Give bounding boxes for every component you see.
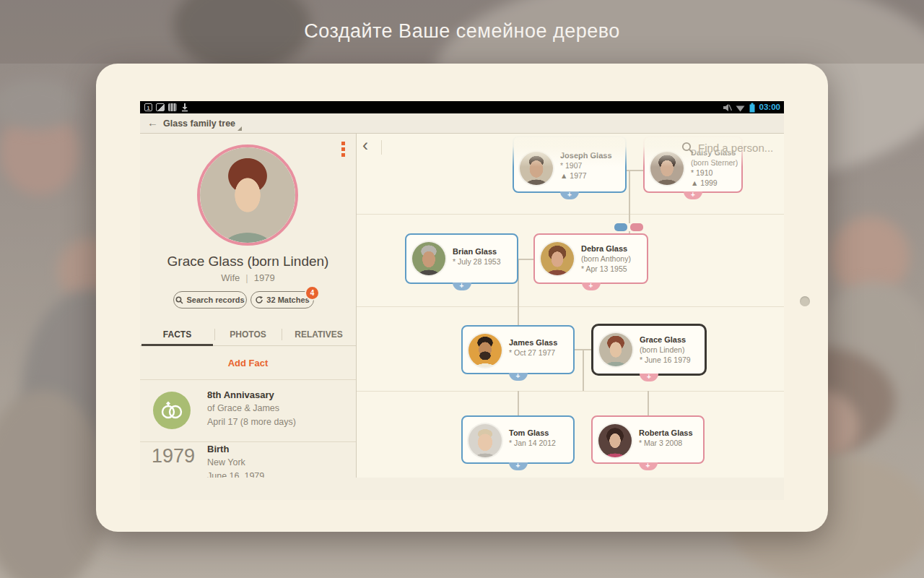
add-relative-button[interactable]: +	[560, 191, 579, 199]
tab-facts[interactable]: FACTS	[140, 323, 214, 346]
add-relative-button[interactable]: +	[453, 282, 471, 290]
tree-node-joseph[interactable]: Joseph Glass * 1907 ▲ 1977 +	[513, 136, 627, 193]
profile-avatar[interactable]	[197, 144, 298, 246]
search-icon	[175, 296, 183, 304]
gallery-icon	[156, 103, 165, 111]
node-death: ▲ 1977	[560, 171, 612, 181]
tree-node-debra[interactable]: Debra Glass (born Anthony) * Apr 13 1955…	[533, 233, 648, 284]
descent-connector	[583, 349, 584, 391]
tree-node-tom[interactable]: Tom Glass * Jan 14 2012 +	[461, 415, 575, 464]
node-birth: * 1910	[691, 168, 738, 178]
avatar-daisy	[650, 152, 684, 185]
generation-line	[357, 306, 784, 307]
add-fact-button[interactable]: Add Fact	[140, 346, 356, 380]
search-icon	[681, 142, 694, 154]
fact-year: 1979	[152, 445, 195, 467]
app-bar: ← Glass family tree	[140, 113, 784, 134]
profile-avatar-photo	[200, 147, 295, 243]
plus-icon: +	[567, 191, 572, 199]
avatar-roberta	[598, 424, 632, 457]
tab-divider	[214, 329, 215, 340]
add-relative-button[interactable]: +	[582, 282, 601, 290]
profile-relation: Wife	[221, 272, 240, 283]
muted-icon	[723, 103, 732, 112]
node-name: Grace Glass	[640, 335, 691, 345]
tree-node-roberta[interactable]: Roberta Glass * Mar 3 2008 +	[591, 415, 705, 464]
matches-badge: 4	[305, 285, 320, 301]
node-birth: * Jan 14 2012	[509, 438, 556, 448]
search-records-label: Search records	[186, 296, 244, 304]
find-person-input[interactable]: Find a person...	[681, 139, 783, 155]
clock-text: 03:00	[759, 102, 780, 113]
node-name: Roberta Glass	[639, 428, 693, 438]
node-birth: * June 16 1979	[640, 355, 691, 365]
node-name: Tom Glass	[509, 428, 556, 438]
node-birth: * Oct 27 1977	[509, 348, 557, 358]
sync-icon	[255, 296, 263, 304]
profile-panel: Grace Glass (born Linden) Wife|1979 Sear…	[140, 134, 356, 478]
tablet-frame: 1	[96, 64, 828, 532]
generation-line	[357, 214, 784, 215]
tree-back-chevron[interactable]: ‹	[362, 135, 368, 155]
plus-icon: +	[691, 191, 695, 199]
plus-icon: +	[646, 462, 650, 470]
node-maiden: (born Anthony)	[581, 254, 631, 264]
tree-node-brian[interactable]: Brian Glass * July 28 1953 +	[405, 233, 518, 284]
node-name: James Glass	[509, 337, 557, 348]
avatar-joseph	[520, 152, 553, 185]
profile-tabs: FACTS PHOTOS RELATIVES	[140, 323, 356, 346]
appbar-back-icon[interactable]: ←	[147, 116, 158, 129]
collapsed-couple-male-pill[interactable]	[614, 223, 627, 231]
profile-subtitle: Wife|1979	[140, 272, 356, 283]
node-maiden: (born Sterner)	[691, 158, 738, 168]
fact-item-anniversary[interactable]: 8th Annivasary of Grace & James April 17…	[140, 380, 356, 442]
couple-connector	[518, 259, 533, 260]
plus-icon: +	[647, 373, 651, 381]
add-relative-button[interactable]: +	[509, 373, 528, 381]
tree-back-divider	[381, 140, 382, 155]
overflow-menu-icon[interactable]	[341, 142, 346, 159]
fact-title: 8th Annivasary	[207, 389, 274, 400]
profile-separator: |	[245, 272, 248, 283]
node-name: Joseph Glass	[560, 150, 612, 160]
add-relative-button[interactable]: +	[509, 462, 528, 470]
collapsed-couple-female-pill[interactable]	[630, 223, 643, 231]
avatar-tom	[468, 424, 502, 457]
node-death: ▲ 1999	[691, 178, 738, 188]
wifi-icon	[736, 103, 745, 112]
node-birth: * 1907	[560, 160, 612, 171]
fact-subtitle: of Grace & James	[207, 403, 279, 413]
tab-photos[interactable]: PHOTOS	[214, 323, 282, 346]
plus-icon: +	[460, 282, 464, 290]
tree-node-grace-selected[interactable]: Grace Glass (born Linden) * June 16 1979…	[591, 324, 707, 376]
notification-count-icon: 1	[144, 103, 152, 111]
appbar-title[interactable]: Glass family tree	[163, 118, 235, 129]
fact-item-birth[interactable]: 1979 Birth New York June 16, 1979	[140, 442, 356, 478]
node-birth: * July 28 1953	[453, 256, 501, 267]
matches-label: 32 Matches	[266, 296, 309, 304]
app-content: Grace Glass (born Linden) Wife|1979 Sear…	[140, 134, 784, 478]
avatar-james	[468, 334, 502, 367]
wedding-rings-icon	[153, 392, 191, 429]
add-relative-button[interactable]: +	[684, 191, 702, 199]
avatar-brian	[412, 242, 445, 275]
profile-name: Grace Glass (born Linden)	[140, 254, 356, 269]
profile-year: 1979	[254, 272, 275, 283]
avatar-grace	[599, 333, 632, 366]
battery-icon	[749, 103, 756, 113]
add-relative-button[interactable]: +	[639, 462, 658, 470]
storage-icon	[168, 103, 177, 111]
spinner-triangle-icon[interactable]	[237, 126, 242, 131]
download-icon	[180, 103, 189, 112]
promo-title: Создайте Ваше семейное дерево	[0, 20, 924, 43]
screenshot-stage: Создайте Ваше семейное дерево 1	[0, 0, 924, 578]
add-relative-button[interactable]: +	[640, 374, 658, 381]
tablet-camera-dot	[800, 296, 810, 306]
descent-connector	[629, 170, 630, 223]
node-name: Brian Glass	[453, 246, 501, 256]
tab-relatives[interactable]: RELATIVES	[282, 323, 356, 346]
tree-node-james[interactable]: James Glass * Oct 27 1977 +	[461, 325, 575, 374]
avatar-debra	[541, 242, 574, 275]
descent-connector	[648, 391, 649, 415]
search-records-button[interactable]: Search records	[173, 291, 247, 309]
